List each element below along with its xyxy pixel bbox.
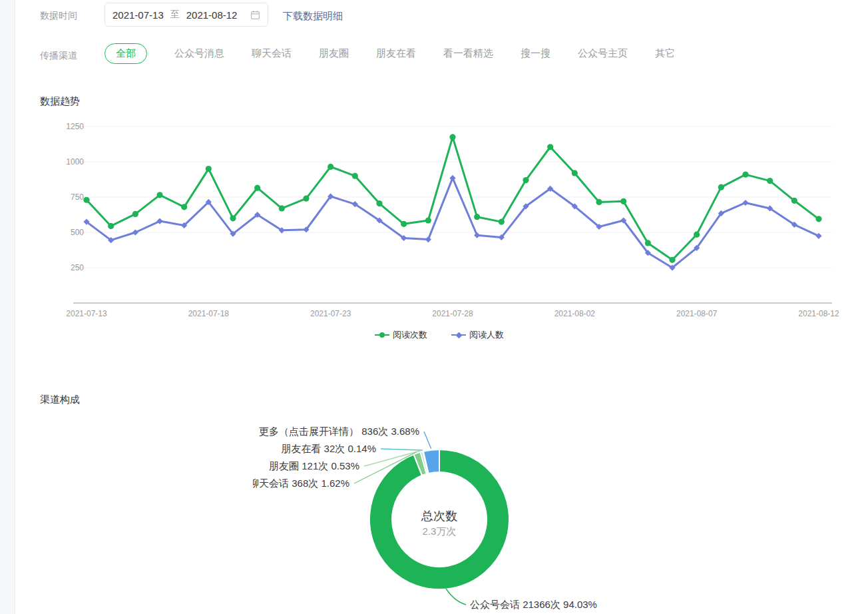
channel-donut-chart: 更多（点击展开详情） 836次 3.68%朋友在看 32次 0.14%朋友圈 1…	[253, 423, 679, 614]
data-point	[523, 177, 529, 183]
data-point	[718, 184, 724, 190]
callout-line	[424, 432, 431, 449]
data-point	[254, 185, 260, 191]
data-point	[352, 173, 358, 179]
channel-tab-4[interactable]: 朋友在看	[376, 47, 416, 60]
y-axis-tick: 500	[71, 228, 84, 237]
trend-line-chart: 250500750100012502021-07-132021-07-18202…	[40, 112, 839, 325]
legend-item-阅读次数[interactable]: 阅读次数	[375, 329, 427, 341]
y-axis-tick: 750	[71, 192, 84, 202]
trend-section-title: 数据趋势	[40, 95, 80, 108]
x-axis-tick: 2021-08-07	[676, 309, 718, 318]
channel-tab-0[interactable]: 全部	[105, 43, 147, 64]
data-point	[645, 240, 651, 246]
data-point	[499, 219, 505, 225]
legend-diamond-marker	[451, 332, 466, 338]
x-axis-tick: 2021-07-23	[310, 309, 351, 318]
data-point	[156, 192, 162, 198]
donut-label-朋友圈: 朋友圈 121次 0.53%	[269, 460, 359, 471]
data-point	[181, 204, 187, 210]
analytics-page: { "header": { "date_label": "数据时间", "dat…	[0, 0, 868, 614]
date-end-value[interactable]: 2021-08-12	[186, 9, 238, 21]
data-point	[132, 211, 138, 217]
channel-filter-label: 传播渠道	[40, 50, 77, 62]
data-point	[206, 166, 212, 172]
data-point	[815, 233, 821, 239]
legend-circle-marker	[375, 332, 389, 338]
y-axis-tick: 1250	[66, 122, 84, 131]
series-line-阅读人数	[87, 178, 819, 268]
page-left-margin	[0, 0, 15, 614]
date-start-value[interactable]: 2021-07-13	[112, 9, 164, 21]
date-separator: 至	[170, 9, 180, 21]
x-axis-tick: 2021-08-02	[554, 309, 596, 318]
data-point	[132, 229, 138, 235]
callout-line	[446, 589, 466, 605]
date-range-picker[interactable]: 2021-07-13 至 2021-08-12	[105, 3, 268, 27]
x-axis-tick: 2021-07-13	[66, 309, 107, 318]
date-range-label: 数据时间	[40, 10, 77, 22]
data-point	[669, 257, 675, 263]
data-point	[401, 221, 407, 227]
data-point	[449, 134, 455, 140]
data-point	[83, 197, 89, 203]
y-axis-tick: 1000	[66, 157, 84, 166]
data-point	[108, 223, 114, 229]
data-point	[767, 178, 773, 184]
data-point	[474, 214, 480, 220]
y-axis-tick: 250	[71, 263, 84, 272]
data-point	[815, 216, 821, 222]
channel-tab-6[interactable]: 搜一搜	[521, 47, 550, 60]
data-point	[303, 196, 309, 202]
data-point	[474, 232, 480, 238]
donut-label-朋友在看: 朋友在看 32次 0.14%	[281, 443, 376, 454]
donut-label-聊天会话: 聊天会话 368次 1.62%	[253, 477, 349, 489]
download-data-link[interactable]: 下载数据明细	[283, 10, 343, 23]
donut-label-公众号会话: 公众号会话 21366次 94.03%	[470, 599, 597, 610]
x-axis-tick: 2021-08-12	[798, 309, 839, 318]
composition-section-title: 渠道构成	[40, 394, 80, 406]
data-point	[742, 200, 748, 206]
data-point	[449, 175, 455, 181]
data-point	[376, 200, 382, 206]
data-point	[572, 170, 578, 176]
donut-label-更多（点击展开详情）[interactable]: 更多（点击展开详情） 836次 3.68%	[259, 426, 419, 437]
trend-legend: 阅读次数阅读人数	[40, 329, 839, 341]
data-point	[694, 232, 700, 238]
calendar-icon[interactable]	[250, 10, 260, 20]
x-axis-tick: 2021-07-18	[188, 309, 230, 318]
x-axis-tick: 2021-07-28	[432, 309, 473, 318]
channel-tab-8[interactable]: 其它	[655, 47, 675, 60]
data-point	[425, 217, 431, 223]
data-point	[327, 164, 333, 170]
legend-label: 阅读次数	[393, 329, 427, 341]
callout-line	[381, 449, 423, 450]
channel-tab-3[interactable]: 朋友圈	[319, 47, 349, 60]
channel-tabs: 全部公众号消息聊天会话朋友圈朋友在看看一看精选搜一搜公众号主页其它	[105, 43, 675, 64]
legend-item-阅读人数[interactable]: 阅读人数	[451, 329, 504, 341]
data-point	[156, 218, 162, 224]
channel-tab-7[interactable]: 公众号主页	[578, 47, 628, 60]
data-point	[620, 198, 626, 204]
legend-label: 阅读人数	[469, 329, 504, 341]
data-point	[230, 215, 236, 221]
data-point	[547, 144, 553, 150]
series-line-阅读次数	[87, 137, 819, 260]
data-point	[742, 171, 748, 177]
data-point	[791, 198, 797, 204]
channel-tab-1[interactable]: 公众号消息	[174, 47, 224, 60]
channel-tab-2[interactable]: 聊天会话	[252, 47, 292, 60]
channel-tab-5[interactable]: 看一看精选	[443, 47, 493, 60]
data-point	[279, 205, 285, 211]
data-point	[596, 199, 602, 205]
data-point	[425, 236, 431, 242]
